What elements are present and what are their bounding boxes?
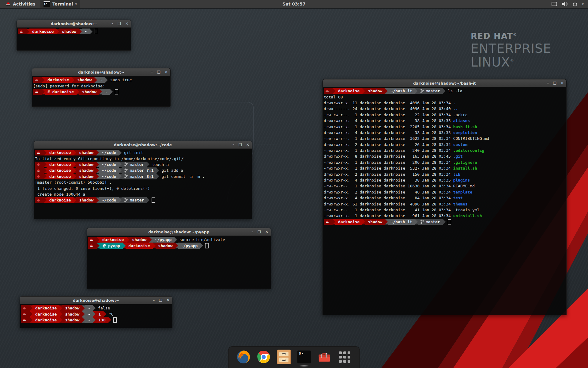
hat-icon [89,238,93,242]
chevron-down-icon[interactable]: ▾ [582,2,584,6]
minimize-button[interactable]: – [232,143,234,147]
close-button[interactable]: ✕ [125,21,128,26]
powerline-separator [156,168,159,173]
output-text: touch a [149,162,169,167]
maximize-button[interactable]: ❑ [239,143,242,147]
close-button[interactable]: ✕ [265,230,268,234]
terminal-window-code[interactable]: darknoise@shadow:~/code –❑✕ darknoisesha… [34,141,252,219]
close-button[interactable]: ✕ [167,298,170,302]
display-icon[interactable] [551,2,557,6]
volume-icon[interactable] [562,2,568,6]
activities-label: Activities [13,2,36,6]
window-title: darknoise@shadow:~/pyapp [148,230,209,234]
hat-icon [22,306,26,310]
powerline-separator [94,77,97,83]
maximize-button[interactable]: ❑ [118,21,121,26]
minimize-button[interactable]: – [251,230,253,234]
output-text: -rwxrwxr-x. 1 darknoise darknoise 5327 J… [324,166,453,171]
terminal-line: drwxrwxr-x. 2 darknoise darknoise 40 Jan… [324,189,566,195]
terminal-line: drwxrwxr-x. 4 darknoise darknoise 38 Jan… [324,118,566,124]
terminal-window-pyapp[interactable]: darknoise@shadow:~/pyapp –❑✕ darknoisesh… [87,228,271,289]
file-name: completion [453,130,477,135]
prompt-segment-darkred: shadow [79,89,99,95]
powerline-separator [96,150,99,155]
powerline-separator [97,237,100,243]
powerline-separator [175,243,178,248]
terminal-window-home-2[interactable]: darknoise@shadow:~ –❑✕ darknoiseshadow~ … [20,296,172,328]
minimize-button[interactable]: – [547,81,549,85]
window-titlebar[interactable]: darknoise@shadow:~/pyapp –❑✕ [87,228,271,236]
clock[interactable]: Sat 03:57 [282,2,306,6]
minimize-button[interactable]: – [151,70,153,74]
powerline-separator [119,150,122,155]
powerline-separator [30,305,32,311]
branch-icon [124,168,128,173]
prompt-segment-red: darknoise [100,237,126,243]
window-titlebar[interactable]: darknoise@shadow:~ –❑✕ [17,20,131,28]
file-name: .git [453,154,463,159]
powerline-separator [97,243,100,248]
files-icon[interactable] [277,350,291,364]
output-text: drwxrwxr-x. 4 darknoise darknoise 38 Jan… [324,130,453,135]
chrome-icon[interactable] [257,350,271,364]
terminal-content[interactable]: darknoiseshadow~/pyapp source bin/activa… [87,236,271,289]
terminal-content[interactable]: darknoiseshadow~ sudo true[sudo] passwor… [32,76,170,106]
powerline-separator [104,311,106,317]
powerline-separator [82,317,85,323]
prompt-segment-teal: pyapp [100,243,123,248]
terminal-window-sudo[interactable]: darknoise@shadow:~ –❑✕ darknoiseshadow~ … [32,68,171,107]
powerline-separator [44,162,47,167]
prompt-segment-hat [35,174,44,179]
app-menu-label: Terminal [52,2,73,6]
close-button[interactable]: ✕ [165,70,168,74]
close-button[interactable]: ✕ [246,143,249,147]
terminal-window-home-1[interactable]: darknoise@shadow:~ –❑✕ darknoiseshadow~ [17,20,131,51]
terminal-line: drwxrwxr-x. 4 darknoise darknoise 38 Jan… [324,130,566,136]
activities-button[interactable]: Activities [2,0,39,8]
powerline-separator [96,162,99,167]
maximize-button[interactable]: ❑ [258,230,261,234]
prompt-segment-red: # darknoise [45,89,77,95]
output-text: git add a [159,168,183,173]
hat-icon [22,312,26,316]
output-text: drwxrwxr-x. 2 darknoise darknoise 26 Jan… [324,142,453,147]
powerline-separator [415,219,418,224]
window-titlebar[interactable]: darknoise@shadow:~ –❑✕ [20,297,172,304]
prompt-segment-hat [324,88,333,94]
powerline-separator [156,174,159,179]
terminal-window-bash-it[interactable]: darknoise@shadow:~/bash-it –❑✕ darknoise… [322,79,567,315]
powerline-separator [123,243,126,248]
power-icon[interactable] [572,2,578,7]
window-titlebar[interactable]: darknoise@shadow:~/code –❑✕ [34,141,252,149]
terminal-line: darknoiseshadow~/bash-itmaster [324,219,566,225]
app-grid-icon[interactable] [337,350,352,364]
terminal-content[interactable]: darknoiseshadow~/bash-itmaster ls -latot… [323,87,566,315]
terminal-line: -rwxrwxr-x. 1 darknoise darknoise 961 Ja… [324,213,566,219]
prompt-segment-path: ~/bash-it [388,219,415,225]
window-titlebar[interactable]: darknoise@shadow:~ –❑✕ [32,68,170,76]
terminal-content[interactable]: darknoiseshadow~/code git initInitialize… [34,149,252,219]
terminal-line: -rwxrwxr-x. 1 darknoise darknoise 2205 J… [324,124,566,129]
hat-icon [89,244,93,247]
prompt-segment-exit: 1 [96,311,104,317]
maximize-button[interactable]: ❑ [553,81,556,85]
app-menu-terminal[interactable]: $> Terminal ▾ [40,0,80,8]
output-text: .ackrc [453,113,468,117]
terminal-content[interactable]: darknoiseshadow~ falsedarknoiseshadow~1 … [20,304,172,328]
toolbox-icon[interactable] [317,350,331,364]
terminal-content[interactable]: darknoiseshadow~ [17,28,131,50]
maximize-button[interactable]: ❑ [159,298,162,302]
window-titlebar[interactable]: darknoise@shadow:~/bash-it –❑✕ [323,79,566,87]
terminal-line: -rw-rw-r--. 1 darknoise darknoise 41 Jan… [324,207,566,213]
firefox-icon[interactable] [236,350,251,364]
minimize-button[interactable]: – [153,298,155,302]
terminal-cursor [448,219,451,224]
close-button[interactable]: ✕ [561,81,564,85]
maximize-button[interactable]: ❑ [157,70,160,74]
output-text: source bin/activate [177,237,225,242]
hat-icon [36,169,40,172]
prompt-segment-hat [21,317,30,323]
window-title: darknoise@shadow:~ [51,21,97,26]
terminal-launcher-icon[interactable]: $> [297,350,311,364]
minimize-button[interactable]: – [111,21,113,26]
